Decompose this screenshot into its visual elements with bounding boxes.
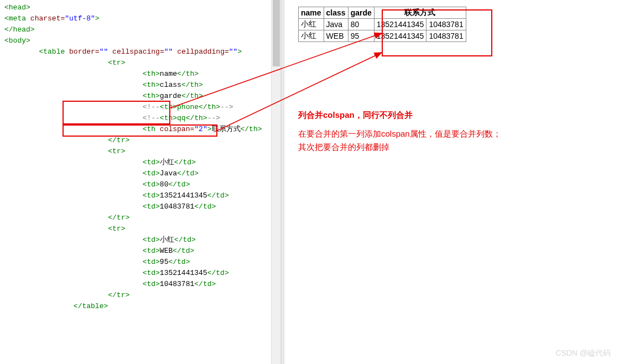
cell: 95 [348,30,374,42]
cell: Java [324,19,348,30]
code-line: <td>13521441345</td> [4,190,267,201]
code-line: <th colspan="2">联系方式</th> [4,124,267,135]
code-line: </tr> [4,135,267,146]
preview-table: name class garde 联系方式 小红 Java 80 1352144… [298,7,466,42]
cell: 80 [348,19,374,30]
code-line: <td>10483781</td> [4,201,267,212]
annotation-desc-1: 在要合并的第一列添加colspan属性，值是要合并列数； [298,127,605,141]
code-line: <th>name</th> [4,69,267,80]
code-line: </tr> [4,290,267,301]
code-editor-pane: <head><meta charset="utf-8"></head><body… [0,0,271,364]
code-line: <!--<th>phone</th>--> [4,102,267,113]
code-line: <!--<th>qq</th>--> [4,113,267,124]
th-merged: 联系方式 [374,7,466,19]
cell: 小红 [299,19,324,30]
watermark: CSDN @磕代码 [555,349,611,358]
cell: WEB [324,30,348,42]
preview-pane: name class garde 联系方式 小红 Java 80 1352144… [284,0,619,364]
code-line: </table> [4,301,267,312]
cell: 10483781 [426,30,466,42]
editor-scrollbar[interactable] [271,0,281,364]
scrollbar-thumb[interactable] [273,0,280,66]
cell: 小红 [299,30,324,42]
code-line: <tr> [4,58,267,69]
cell: 13521441345 [374,19,426,30]
annotation-block: 列合并colspan，同行不列合并 在要合并的第一列添加colspan属性，值是… [298,108,605,154]
th-garde: garde [348,7,374,19]
code-line: <meta charset="utf-8"> [4,13,267,24]
table-row: 小红 WEB 95 13521441345 10483781 [299,30,466,42]
cell: 13521441345 [374,30,426,42]
code-line: <th>garde</th> [4,91,267,102]
code-line: <head> [4,2,267,13]
code-line: </tr> [4,212,267,223]
code-line: <td>10483781</td> [4,279,267,290]
code-line: </head> [4,24,267,35]
code-line: <th>class</th> [4,80,267,91]
code-line: <tr> [4,146,267,157]
code-line: <tr> [4,223,267,235]
annotation-desc-2: 其次把要合并的列都删掉 [298,141,605,154]
code-line: <td>Java</td> [4,168,267,179]
table-row: name class garde 联系方式 [299,7,466,19]
code-line: <td>WEB</td> [4,246,267,257]
code-line: <td>13521441345</td> [4,268,267,279]
code-line: <table border="" cellspacing="" cellpadd… [4,46,267,58]
th-class: class [324,7,348,19]
code-line: <td>小红</td> [4,235,267,246]
code-line: <td>80</td> [4,179,267,190]
th-name: name [299,7,324,19]
code-line: <td>95</td> [4,257,267,268]
annotation-title: 列合并colspan，同行不列合并 [298,108,605,122]
code-line: <td>小红</td> [4,157,267,168]
table-row: 小红 Java 80 13521441345 10483781 [299,19,466,30]
code-line: <body> [4,35,267,46]
cell: 10483781 [426,19,466,30]
